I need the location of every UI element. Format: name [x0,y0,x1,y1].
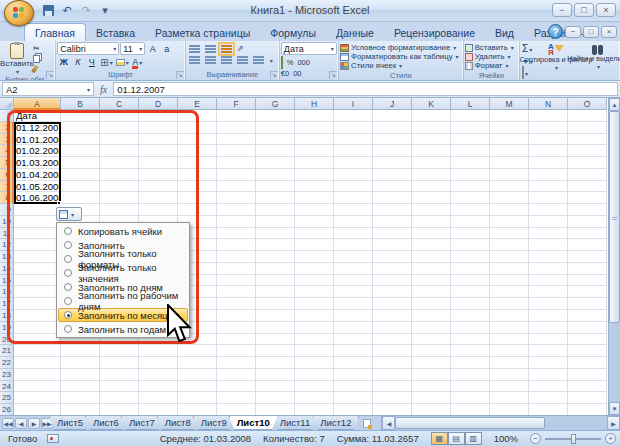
cell-D8[interactable] [139,192,178,204]
cell-E4[interactable] [178,145,217,157]
row-header-11[interactable]: 11 [0,228,14,240]
cell-N14[interactable] [529,263,568,275]
cell-F2[interactable] [217,122,256,134]
cell-I20[interactable] [334,334,373,346]
cell-G17[interactable] [256,298,295,310]
column-header-G[interactable]: G [256,98,295,110]
cell-N2[interactable] [529,122,568,134]
row-header-16[interactable]: 16 [0,286,14,298]
cell-O11[interactable] [568,228,607,240]
cell-G21[interactable] [256,345,295,357]
cell-F12[interactable] [217,239,256,251]
cell-J15[interactable] [373,275,412,287]
cell-J12[interactable] [373,239,412,251]
cell-M14[interactable] [490,263,529,275]
cell-E3[interactable] [178,134,217,146]
cell-N13[interactable] [529,251,568,263]
cell-M13[interactable] [490,251,529,263]
cell-L15[interactable] [451,275,490,287]
workbook-close-button[interactable]: × [601,26,617,38]
align-right-icon[interactable] [221,56,232,64]
cell-A13[interactable] [14,251,61,263]
tab-view[interactable]: Вид [485,24,524,41]
cell-H11[interactable] [295,228,334,240]
cell-G3[interactable] [256,134,295,146]
cell-J20[interactable] [373,334,412,346]
cell-I6[interactable] [334,169,373,181]
cell-G6[interactable] [256,169,295,181]
cell-M19[interactable] [490,322,529,334]
cell-F26[interactable] [217,404,256,415]
cell-N12[interactable] [529,239,568,251]
cell-F25[interactable] [217,392,256,404]
cell-B23[interactable] [61,369,100,381]
cell-J13[interactable] [373,251,412,263]
scroll-right-icon[interactable]: ▶ [607,416,620,430]
cell-G20[interactable] [256,334,295,346]
cell-N1[interactable] [529,110,568,122]
cell-I26[interactable] [334,404,373,415]
close-button[interactable]: × [596,3,616,17]
cell-O25[interactable] [568,392,607,404]
cell-H15[interactable] [295,275,334,287]
cell-L12[interactable] [451,239,490,251]
column-header-O[interactable]: O [568,98,607,110]
row-header-18[interactable]: 18 [0,310,14,322]
insert-worksheet-button[interactable] [359,416,375,430]
cell-K19[interactable] [412,322,451,334]
column-header-D[interactable]: D [139,98,178,110]
cell-L8[interactable] [451,192,490,204]
cell-I18[interactable] [334,310,373,322]
row-header-25[interactable]: 25 [0,392,14,404]
cell-E8[interactable] [178,192,217,204]
cell-B1[interactable] [61,110,100,122]
cell-F15[interactable] [217,275,256,287]
cell-N19[interactable] [529,322,568,334]
cell-H3[interactable] [295,134,334,146]
cell-C6[interactable] [100,169,139,181]
cell-J18[interactable] [373,310,412,322]
align-middle-icon[interactable] [205,45,216,53]
cell-I9[interactable] [334,204,373,216]
formula-input[interactable]: 01.12.2007 [113,82,618,96]
cell-O13[interactable] [568,251,607,263]
font-size-select[interactable]: 11▾ [120,42,145,55]
row-header-24[interactable]: 24 [0,381,14,393]
cell-N10[interactable] [529,216,568,228]
cell-O26[interactable] [568,404,607,415]
cell-F4[interactable] [217,145,256,157]
cell-B24[interactable] [61,381,100,393]
scroll-up-icon[interactable]: ▲ [609,98,620,111]
tab-home[interactable]: Главная [24,23,86,41]
worksheet-grid[interactable]: ABCDEFGHIJKLMNO 1Дата201.12.2007301.01.2… [0,98,608,415]
cell-G19[interactable] [256,322,295,334]
cell-J5[interactable] [373,157,412,169]
cell-J8[interactable] [373,192,412,204]
cell-A23[interactable] [14,369,61,381]
cell-G25[interactable] [256,392,295,404]
cell-E9[interactable] [178,204,217,216]
cell-F22[interactable] [217,357,256,369]
clear-button[interactable]: ▾ [522,67,533,78]
cell-F9[interactable] [217,204,256,216]
column-header-H[interactable]: H [295,98,334,110]
cell-M1[interactable] [490,110,529,122]
cell-L21[interactable] [451,345,490,357]
row-header-15[interactable]: 15 [0,275,14,287]
cell-F11[interactable] [217,228,256,240]
menu-item-fill-values[interactable]: Заполнить только значения [58,266,188,280]
cell-F7[interactable] [217,181,256,193]
tab-formulas[interactable]: Формулы [260,24,326,41]
cell-L19[interactable] [451,322,490,334]
cell-K17[interactable] [412,298,451,310]
normal-view-button[interactable]: ▦ [431,432,448,445]
cell-K8[interactable] [412,192,451,204]
cell-M12[interactable] [490,239,529,251]
cell-K22[interactable] [412,357,451,369]
cell-L5[interactable] [451,157,490,169]
cell-L11[interactable] [451,228,490,240]
cell-H24[interactable] [295,381,334,393]
cell-J16[interactable] [373,286,412,298]
cell-N25[interactable] [529,392,568,404]
align-bottom-icon[interactable] [221,45,232,53]
